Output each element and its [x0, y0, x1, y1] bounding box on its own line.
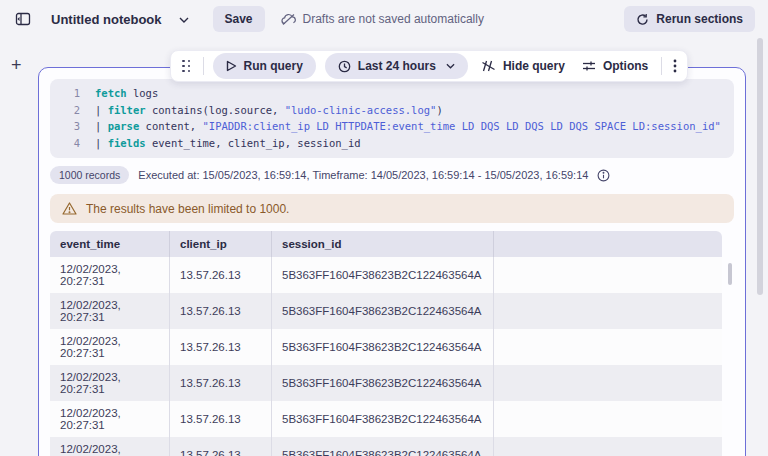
column-header-client_ip[interactable]: client_ip: [170, 231, 272, 257]
table-cell-filler: [494, 437, 722, 456]
rerun-sections-button[interactable]: Rerun sections: [624, 6, 755, 32]
table-cell: 12/02/2023, 20:27:31: [50, 329, 170, 365]
kebab-menu-icon: [673, 59, 677, 73]
sidebar-toggle-button[interactable]: [13, 9, 33, 29]
hide-query-button[interactable]: Hide query: [477, 53, 569, 79]
options-label: Options: [603, 59, 648, 73]
results-meta: 1000 records Executed at: 15/05/2023, 16…: [50, 165, 734, 185]
section-toolbar: Run query Last 24 hours Hide query Optio…: [170, 50, 688, 82]
warning-triangle-icon: [62, 202, 77, 215]
save-button[interactable]: Save: [213, 6, 265, 32]
notebook-title[interactable]: Untitled notebook: [51, 12, 162, 27]
table-cell: 13.57.26.13: [170, 329, 272, 365]
code-line: 1fetch logs: [58, 85, 724, 102]
sliders-icon: [582, 60, 596, 72]
table-cell: 13.57.26.13: [170, 365, 272, 401]
table-header-row: event_timeclient_ipsession_id: [50, 231, 722, 257]
table-cell: 5B363FF1604F38623B2C122463564A: [272, 329, 494, 365]
results-table: event_timeclient_ipsession_id 12/02/2023…: [50, 231, 722, 456]
column-header-event_time[interactable]: event_time: [50, 231, 170, 257]
line-number: 2: [58, 102, 80, 119]
table-row[interactable]: 12/02/2023, 20:27:3113.57.26.135B363FF16…: [50, 401, 722, 437]
table-cell-filler: [494, 401, 722, 437]
table-cell: 5B363FF1604F38623B2C122463564A: [272, 257, 494, 293]
toolbar-divider: [203, 57, 204, 75]
table-body: 12/02/2023, 20:27:3113.57.26.135B363FF16…: [50, 257, 722, 456]
info-icon[interactable]: [597, 169, 610, 182]
table-cell: 5B363FF1604F38623B2C122463564A: [272, 401, 494, 437]
table-cell: 12/02/2023, 20:27:31: [50, 257, 170, 293]
table-row[interactable]: 12/02/2023, 20:27:3113.57.26.135B363FF16…: [50, 329, 722, 365]
query-editor[interactable]: 1fetch logs2| filter contains(log.source…: [50, 79, 734, 158]
page-scrollbar-thumb[interactable]: [757, 38, 763, 295]
hide-query-icon: [481, 60, 496, 72]
limit-warning-text: The results have been limited to 1000.: [86, 202, 289, 216]
table-cell: 5B363FF1604F38623B2C122463564A: [272, 293, 494, 329]
table-row[interactable]: 12/02/2023, 20:27:3113.57.26.135B363FF16…: [50, 293, 722, 329]
draft-notice-text: Drafts are not saved automatically: [303, 12, 484, 26]
table-cell: 5B363FF1604F38623B2C122463564A: [272, 365, 494, 401]
code-line: 2| filter contains(log.source, "ludo-cli…: [58, 102, 724, 119]
limit-warning-banner: The results have been limited to 1000.: [50, 194, 734, 223]
more-actions-button[interactable]: [671, 57, 679, 75]
code-line: 3| parse content, "IPADDR:client_ip LD H…: [58, 118, 724, 135]
add-section-button[interactable]: +: [11, 57, 22, 73]
table-scrollbar-thumb[interactable]: [728, 263, 732, 285]
execution-info-text: Executed at: 15/05/2023, 16:59:14, Timef…: [138, 169, 588, 181]
line-number: 3: [58, 118, 80, 135]
table-cell: 12/02/2023, 20:27:31: [50, 365, 170, 401]
column-header-session_id[interactable]: session_id: [272, 231, 494, 257]
rerun-sections-label: Rerun sections: [656, 12, 743, 26]
records-count-badge: 1000 records: [50, 166, 129, 184]
table-cell: 12/02/2023, 20:27:31: [50, 401, 170, 437]
table-row[interactable]: 12/02/2023, 20:27:3113.57.26.135B363FF16…: [50, 437, 722, 456]
clock-icon: [338, 60, 351, 73]
refresh-icon: [636, 13, 649, 26]
options-button[interactable]: Options: [578, 53, 652, 79]
drag-handle-icon[interactable]: [179, 58, 194, 75]
line-number: 4: [58, 135, 80, 152]
timeframe-label: Last 24 hours: [358, 59, 436, 73]
chevron-down-icon[interactable]: [179, 17, 189, 23]
line-number: 1: [58, 85, 80, 102]
code-line: 4| fields event_time, client_ip, session…: [58, 135, 724, 152]
run-query-button[interactable]: Run query: [213, 53, 316, 79]
draft-status: Drafts are not saved automatically: [281, 12, 484, 26]
play-icon: [226, 60, 237, 72]
table-cell: 13.57.26.13: [170, 437, 272, 456]
table-cell: 12/02/2023, 20:27:31: [50, 293, 170, 329]
chevron-down-icon: [446, 63, 455, 69]
table-cell-filler: [494, 293, 722, 329]
topbar: Untitled notebook Save Drafts are not sa…: [0, 0, 768, 38]
table-cell: 13.57.26.13: [170, 257, 272, 293]
table-row[interactable]: 12/02/2023, 20:27:3113.57.26.135B363FF16…: [50, 257, 722, 293]
table-cell: 13.57.26.13: [170, 401, 272, 437]
run-query-label: Run query: [244, 59, 303, 73]
cloud-off-icon: [281, 13, 296, 26]
table-cell-filler: [494, 257, 722, 293]
column-header-filler: [494, 231, 722, 257]
table-row[interactable]: 12/02/2023, 20:27:3113.57.26.135B363FF16…: [50, 365, 722, 401]
table-cell: 13.57.26.13: [170, 293, 272, 329]
table-cell: 5B363FF1604F38623B2C122463564A: [272, 437, 494, 456]
hide-query-label: Hide query: [503, 59, 565, 73]
table-cell-filler: [494, 365, 722, 401]
table-cell: 12/02/2023, 20:27:31: [50, 437, 170, 456]
timeframe-selector[interactable]: Last 24 hours: [325, 53, 468, 79]
table-cell-filler: [494, 329, 722, 365]
sidebar-panel-icon: [15, 11, 31, 27]
toolbar-divider: [661, 57, 662, 75]
notebook-section-card: 1fetch logs2| filter contains(log.source…: [38, 67, 746, 456]
